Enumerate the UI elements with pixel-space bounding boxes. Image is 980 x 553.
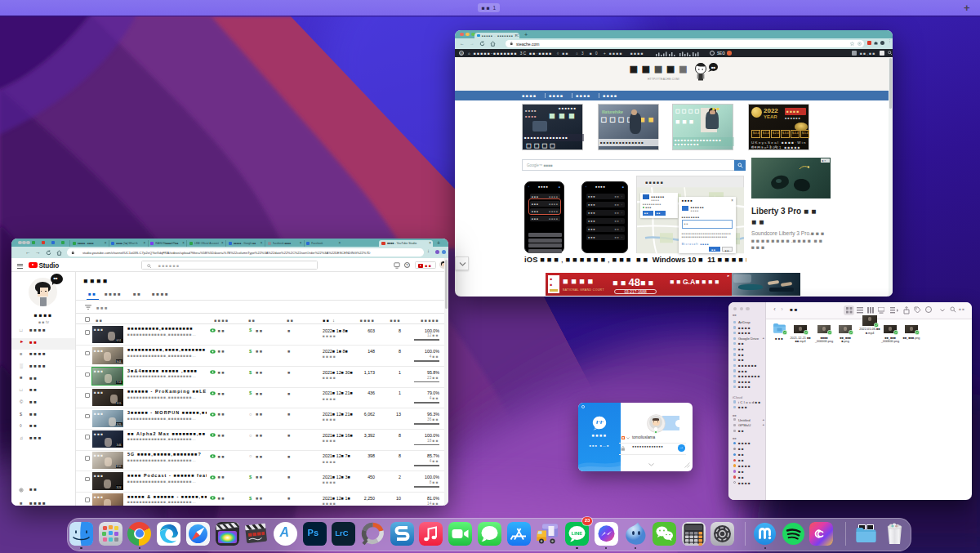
svg-text:LINE: LINE [572,531,583,536]
svg-text:■■: ■■ [711,65,716,69]
